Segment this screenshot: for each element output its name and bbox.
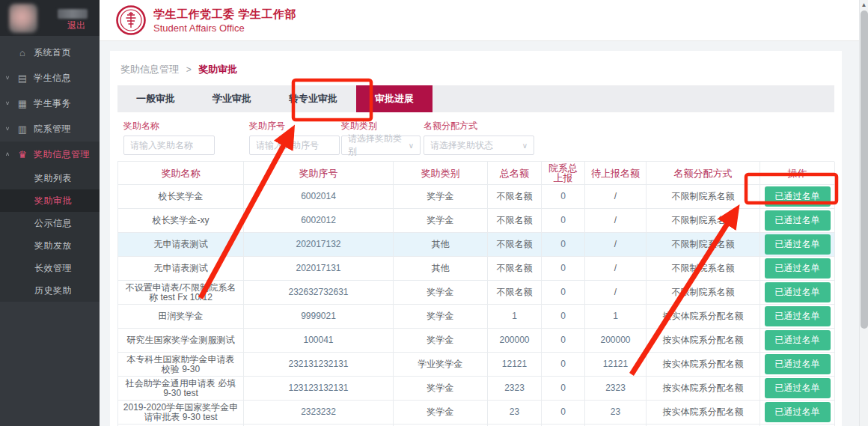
tab-label: 一般审批 xyxy=(136,92,175,106)
table-row[interactable]: 2019-2020学年国家奖学金申请审批表 9-30 test2323232奖学… xyxy=(118,401,834,425)
sidebar-subitem-label: 奖助审批 xyxy=(34,195,72,207)
passed-list-button[interactable]: 已通过名单 xyxy=(765,210,831,231)
cell-allocation: 不限制院系名额 xyxy=(647,209,760,233)
cell-reported: 0 xyxy=(542,353,585,377)
passed-list-button[interactable]: 已通过名单 xyxy=(765,258,831,279)
table-row[interactable]: 本专科生国家助学金申请表 校验 9-30232131232131学业奖学金121… xyxy=(118,353,834,377)
university-seal-icon xyxy=(116,5,146,35)
home-icon: ⌂ xyxy=(15,47,30,58)
sidebar-item-award-info-mgmt[interactable]: ∧♛奖助信息管理 xyxy=(0,142,100,167)
user-name-redacted xyxy=(58,9,88,19)
chevron-down-icon: ∨ xyxy=(0,126,15,132)
breadcrumb-parent[interactable]: 奖助信息管理 xyxy=(120,64,179,75)
scrollbar[interactable]: ▲ xyxy=(859,0,868,426)
cell-action: 已通过名单 xyxy=(760,209,835,233)
tab-bar: 一般审批学业审批转专业审批审批进展 xyxy=(117,85,834,112)
header-titles: 学生工作党工委 学生工作部 Student Affairs Office xyxy=(153,7,296,34)
cell-total: 不限名额 xyxy=(488,281,542,305)
passed-list-button[interactable]: 已通过名单 xyxy=(765,378,831,398)
filter-label-award-name: 奖助名称 xyxy=(123,120,215,133)
table-row[interactable]: 校长奖学金6002014奖学金不限名额0/不限制院系名额已通过名单 xyxy=(118,185,834,209)
cell-action: 已通过名单 xyxy=(760,305,835,329)
cell-total: 12121 xyxy=(488,353,542,377)
sidebar-item-label: 院系管理 xyxy=(34,123,71,136)
cell-action: 已通过名单 xyxy=(760,353,835,377)
table-row[interactable]: 社会助学金通用申请表 必填 9-30 test123123132131奖学金23… xyxy=(118,377,834,401)
scrollbar-thumb[interactable] xyxy=(861,10,868,329)
sidebar-subitem-award-disbursement[interactable]: 奖助发放 xyxy=(0,234,100,257)
logout-link[interactable]: 退出 xyxy=(67,19,85,32)
avatar[interactable] xyxy=(9,4,37,33)
breadcrumb-current: 奖助审批 xyxy=(198,64,237,75)
sidebar-subitem-award-approval[interactable]: 奖助审批 xyxy=(0,189,100,212)
table-row[interactable]: 不设置申请表/不限制院系名称 test Fx 10/12232632732631… xyxy=(118,281,834,305)
table-row[interactable]: 无申请表测试202017132其他不限名额0/不限制院系名额已通过名单 xyxy=(118,233,834,257)
cell-total: 不限名额 xyxy=(488,257,542,281)
table-row[interactable]: 研究生国家奖学金测服测试100041奖学金2000000200000按实体院系分… xyxy=(118,329,834,353)
sidebar: 退出 ⌂系统首页∨▤学生信息∨▦学生事务∨▥院系管理∧♛奖助信息管理奖助列表奖助… xyxy=(0,0,100,426)
column-header: 操作 xyxy=(760,162,835,185)
passed-list-button[interactable]: 已通过名单 xyxy=(765,282,831,302)
sidebar-subitem-award-list[interactable]: 奖助列表 xyxy=(0,167,100,189)
cell-total: 不限名额 xyxy=(488,209,542,233)
cell-serial: 6002012 xyxy=(244,209,394,233)
tab-label: 转专业审批 xyxy=(289,92,337,106)
scroll-up-arrow-icon[interactable]: ▲ xyxy=(860,0,868,10)
cell-allocation: 按实体院系分配名额 xyxy=(647,377,760,401)
cell-name: 无申请表测试 xyxy=(118,233,244,257)
cell-category: 其他 xyxy=(394,257,488,281)
cell-name: 本专科生国家助学金申请表 校验 9-30 xyxy=(118,353,244,377)
breadcrumb: 奖助信息管理 > 奖助审批 xyxy=(117,51,834,85)
sidebar-subitem-label: 奖助发放 xyxy=(34,240,72,252)
passed-list-button[interactable]: 已通过名单 xyxy=(765,330,831,350)
tab-academic-approval[interactable]: 学业审批 xyxy=(194,85,270,112)
cell-serial: 232131232131 xyxy=(244,353,394,377)
sidebar-item-home[interactable]: ⌂系统首页 xyxy=(0,40,100,65)
sidebar-item-student-info[interactable]: ∨▤学生信息 xyxy=(0,65,100,91)
passed-list-button[interactable]: 已通过名单 xyxy=(765,306,831,326)
cell-name: 校长奖学金 xyxy=(118,185,244,209)
cell-pending: 12121 xyxy=(585,353,647,377)
sidebar-subitem-history-awards[interactable]: 历史奖助 xyxy=(0,279,100,302)
filter-label-award-type: 奖助类别 xyxy=(341,120,421,133)
table-row[interactable]: 校长奖学金-xy6002012奖学金不限名额0/不限制院系名额已通过名单 xyxy=(118,209,834,233)
breadcrumb-separator: > xyxy=(186,64,192,75)
cell-reported: 0 xyxy=(542,329,585,353)
cell-name: 校长奖学金-xy xyxy=(118,209,244,233)
cell-pending: / xyxy=(585,185,647,209)
cell-total: 2323 xyxy=(488,377,542,401)
cell-allocation: 不限制院系名额 xyxy=(647,281,760,305)
passed-list-button[interactable]: 已通过名单 xyxy=(765,234,831,255)
filter-award-name-input[interactable] xyxy=(123,136,215,155)
column-header: 奖助序号 xyxy=(244,162,394,185)
cell-category: 奖学金 xyxy=(394,209,488,233)
main-area: 奖助信息管理 > 奖助审批 一般审批学业审批转专业审批审批进展 奖助名称奖助序号… xyxy=(100,41,859,426)
tab-major-transfer-approval[interactable]: 转专业审批 xyxy=(270,85,356,112)
bank-icon: ▥ xyxy=(15,124,30,135)
tab-general-approval[interactable]: 一般审批 xyxy=(117,85,194,112)
cell-action: 已通过名单 xyxy=(760,257,835,281)
sidebar-item-department-mgmt[interactable]: ∨▥院系管理 xyxy=(0,116,100,142)
cell-pending: / xyxy=(585,281,647,305)
cell-name: 社会助学金通用申请表 必填 9-30 test xyxy=(118,377,244,401)
table-row[interactable]: 田润奖学金9999021奖学金101按实体院系分配名额已通过名单 xyxy=(118,305,834,329)
filter-quota-mode-select[interactable]: 请选择奖助状态∨ xyxy=(424,136,534,155)
sidebar-subitem-label: 奖助列表 xyxy=(34,172,72,185)
awards-table: 奖助名称奖助序号奖助类别总名额院系总上报待上报名额名额分配方式操作校长奖学金60… xyxy=(117,161,834,426)
sidebar-subitem-long-term-mgmt[interactable]: 长效管理 xyxy=(0,257,100,279)
cell-reported: 0 xyxy=(542,401,585,425)
tab-approval-progress[interactable]: 审批进展 xyxy=(356,85,433,112)
table-row[interactable]: 无申请表测试202017131其他不限名额0/不限制院系名额已通过名单 xyxy=(118,257,834,281)
filter-award-type-select[interactable]: 请选择奖助类别∨ xyxy=(341,136,421,155)
filter-award-serial-input[interactable] xyxy=(249,136,340,155)
sidebar-item-student-affairs[interactable]: ∨▦学生事务 xyxy=(0,91,100,116)
passed-list-button[interactable]: 已通过名单 xyxy=(765,186,831,207)
passed-list-button[interactable]: 已通过名单 xyxy=(765,354,831,374)
cell-reported: 0 xyxy=(542,305,585,329)
briefcase-icon: ▦ xyxy=(15,98,30,109)
cell-action: 已通过名单 xyxy=(760,281,835,305)
sidebar-subitem-public-info[interactable]: 公示信息 xyxy=(0,212,100,234)
cell-serial: 232632732631 xyxy=(244,281,394,305)
passed-list-button[interactable]: 已通过名单 xyxy=(765,402,831,422)
app-title: 学生工作党工委 学生工作部 xyxy=(153,7,296,22)
